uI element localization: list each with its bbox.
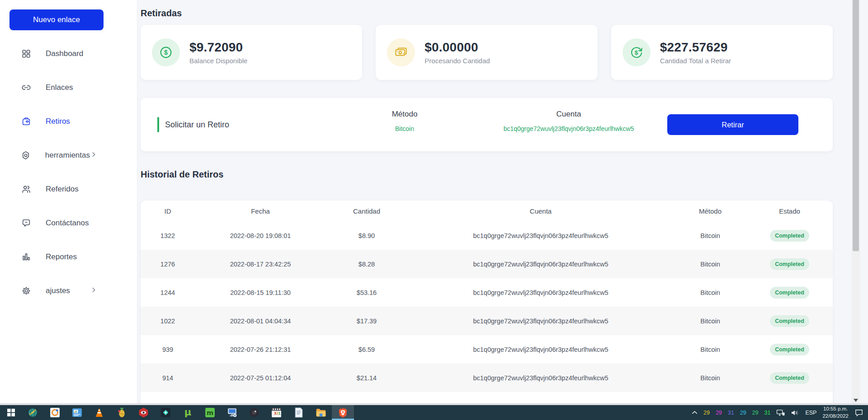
account-label: Cuenta — [456, 110, 682, 119]
table-row: 1276 2022-08-17 23:42:25 $8.28 bc1q0grge… — [141, 250, 833, 278]
taskbar-app-remote-pc-icon[interactable] — [221, 405, 243, 420]
sidebar-item-label: Retiros — [46, 117, 70, 126]
sidebar-item-label: Dashboard — [46, 49, 83, 58]
stat-cards: $ $9.72090 Balance Disponible $0.00000 P… — [141, 25, 833, 80]
tray-language[interactable]: ESP — [805, 410, 816, 416]
table-row: 914 2022-07-25 01:12:04 $21.14 bc1q0grge… — [141, 364, 833, 392]
taskbar-app-globe-icon[interactable] — [22, 405, 44, 420]
tray-chevron-up-icon[interactable] — [692, 411, 698, 415]
users-icon — [20, 183, 32, 195]
col-header-cuenta: Cuenta — [407, 201, 674, 221]
account-column: Cuenta bc1q0grge72wuvlj23flqvjn06r3pz4fe… — [456, 110, 682, 132]
windows-logo-icon — [7, 409, 15, 416]
sidebar-item-label: Enlaces — [46, 83, 73, 92]
sidebar-item-dashboard[interactable]: Dashboard — [0, 43, 137, 65]
sidebar-item-label: Referidos — [46, 185, 79, 194]
taskbar-app-cocktail-icon[interactable] — [110, 405, 132, 420]
col-header-fecha: Fecha — [195, 201, 326, 221]
taskbar: µ m 321 — [0, 405, 868, 420]
taskbar-app-recorder-icon[interactable] — [243, 405, 265, 420]
tray-temp-4[interactable]: 29 — [752, 410, 759, 416]
tray-temp-5[interactable]: 31 — [764, 410, 771, 416]
method-column: Método Bitcoin — [359, 110, 450, 132]
status-badge: Completed — [770, 344, 809, 355]
screen: Nuevo enlace Dashboard Enlaces Retiros — [0, 0, 868, 420]
card-amount: $9.72090 — [189, 40, 247, 55]
svg-text:$: $ — [164, 49, 168, 56]
bar-chart-icon — [20, 251, 32, 263]
status-badge: Completed — [770, 287, 809, 299]
svg-text:m: m — [207, 409, 213, 416]
sidebar-item-reportes[interactable]: Reportes — [0, 246, 137, 268]
taskbar-app-stats-icon[interactable] — [66, 405, 88, 420]
col-header-cantidad: Cantidad — [326, 201, 407, 221]
sidebar-item-contactanos[interactable]: Contáctanos — [0, 212, 137, 234]
sidebar-item-label: ajustes — [46, 286, 70, 295]
gear-icon — [20, 285, 32, 297]
status-badge: Completed — [770, 372, 809, 384]
taskbar-app-utorrent-icon[interactable]: µ — [177, 405, 199, 420]
tray-temp-0[interactable]: 29 — [703, 410, 710, 416]
page-title: Retiradas — [141, 8, 833, 19]
start-button[interactable] — [0, 405, 22, 420]
card-label: Procesando Cantidad — [425, 57, 490, 65]
sidebar-item-label: Reportes — [46, 252, 77, 261]
taskbar-app-brave-browser-icon[interactable] — [332, 405, 354, 420]
speaker-icon[interactable] — [791, 409, 799, 416]
taskbar-app-vlc-icon[interactable] — [88, 405, 110, 420]
scrollbar-thumb[interactable] — [853, 0, 859, 251]
nut-icon — [20, 149, 32, 161]
tray-clock[interactable]: 10:55 p.m. 22/08/2022 — [822, 406, 849, 420]
sidebar-item-label: Contáctanos — [46, 219, 89, 228]
sidebar-item-herramientas[interactable]: herramientas — [0, 145, 137, 166]
col-header-estado: Estado — [746, 201, 833, 221]
system-tray: 29 29 31 29 29 31 ESP 10:55 p.m. 22/08/2… — [692, 405, 868, 420]
scrollbar-down-arrow-icon[interactable] — [854, 399, 858, 402]
table-row: 1322 2022-08-20 19:08:01 $8.90 bc1q0grge… — [141, 221, 833, 250]
chevron-right-icon — [90, 151, 97, 160]
network-icon[interactable] — [776, 409, 785, 416]
accent-bar — [157, 117, 159, 132]
taskbar-app-notes-icon[interactable] — [288, 405, 310, 420]
sidebar-nav: Dashboard Enlaces Retiros herramientas — [0, 43, 137, 314]
new-link-button[interactable]: Nuevo enlace — [9, 9, 104, 30]
banknote-icon — [387, 38, 415, 66]
taskbar-app-shareit-icon[interactable] — [44, 405, 66, 420]
card-amount: $0.00000 — [425, 40, 490, 55]
history-title: Historial de Retiros — [141, 169, 833, 180]
table-row: 1022 2022-08-01 04:04:34 $17.39 bc1q0grg… — [141, 307, 833, 335]
tray-temp-2[interactable]: 31 — [728, 410, 734, 416]
card-balance-disponible: $ $9.72090 Balance Disponible — [141, 25, 362, 80]
tray-temp-1[interactable]: 29 — [716, 410, 722, 416]
sidebar-item-referidos[interactable]: Referidos — [0, 178, 137, 200]
sidebar-item-retiros[interactable]: Retiros — [0, 111, 137, 132]
taskbar-app-green-m-icon[interactable]: m — [199, 405, 221, 420]
vertical-scrollbar[interactable] — [852, 0, 860, 405]
taskbar-apps: µ m 321 — [0, 405, 354, 420]
status-badge: Completed — [770, 230, 809, 242]
dollar-refresh-icon: $ — [623, 38, 651, 66]
method-label: Método — [359, 110, 450, 119]
tray-time: 10:55 p.m. — [823, 406, 848, 411]
history-table: ID Fecha Cantidad Cuenta Método Estado 1… — [141, 201, 833, 420]
taskbar-app-filmora-icon[interactable] — [155, 405, 177, 420]
account-value: bc1q0grge72wuvlj23flqvjn06r3pz4feurlhwkc… — [456, 125, 682, 132]
table-row: 939 2022-07-26 21:12:31 $6.59 bc1q0grge7… — [141, 335, 833, 364]
sidebar-item-ajustes[interactable]: ajustes — [0, 280, 137, 302]
method-value: Bitcoin — [359, 125, 450, 132]
action-center-icon[interactable] — [854, 409, 863, 417]
tray-date: 22/08/2022 — [822, 413, 849, 419]
grid-icon — [20, 48, 32, 60]
withdraw-button[interactable]: Retirar — [667, 114, 798, 135]
card-amount: $227.57629 — [660, 40, 731, 55]
tray-temp-3[interactable]: 29 — [740, 410, 746, 416]
sidebar-item-enlaces[interactable]: Enlaces — [0, 77, 137, 98]
withdraw-panel: Solicitar un Retiro Método Bitcoin Cuent… — [141, 98, 833, 151]
col-header-id: ID — [141, 201, 195, 221]
taskbar-app-file-explorer-icon[interactable] — [310, 405, 332, 420]
taskbar-app-klite-icon[interactable]: 321 — [265, 405, 288, 420]
wallet-icon — [20, 116, 32, 127]
card-label: Balance Disponible — [189, 57, 247, 65]
status-badge: Completed — [770, 258, 809, 270]
taskbar-app-red-eye-icon[interactable] — [132, 405, 155, 420]
